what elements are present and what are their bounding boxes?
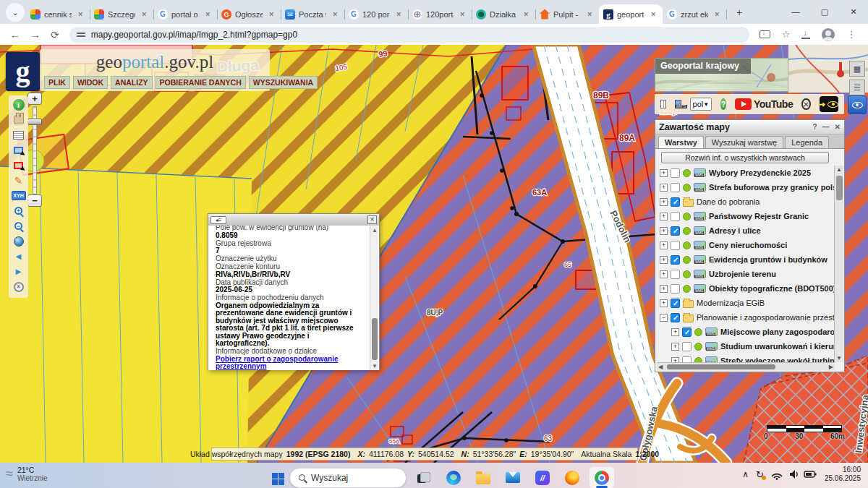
layer-label[interactable]: Ewidencja gruntów i budynków — [709, 255, 827, 264]
panel-vertical-scrollbar[interactable]: ▲ ▼ — [834, 166, 843, 362]
popup-scroll-thumb[interactable] — [372, 318, 378, 360]
previous-view-icon[interactable]: ◄ — [12, 249, 26, 263]
taskbar-search[interactable]: Wyszukaj — [289, 468, 407, 488]
back-icon[interactable]: ← — [10, 29, 20, 40]
layer-label[interactable]: Państwowy Rejestr Granic — [709, 212, 809, 221]
layer-checkbox[interactable] — [671, 212, 680, 221]
geoportal-logo[interactable]: g — [6, 52, 40, 91]
layer-label[interactable]: Obiekty topograficzne (BDOT500) — [709, 284, 835, 293]
visibility-button[interactable] — [848, 95, 867, 114]
menu-item-plik[interactable]: PLIK — [44, 76, 70, 89]
clock[interactable]: 16:00 25.06.2025 — [825, 466, 861, 483]
sync-icon[interactable]: ↻ — [756, 469, 764, 480]
zoom-handle[interactable] — [27, 119, 42, 125]
youtube-link[interactable]: YouTube — [735, 98, 793, 110]
panel-minimize-icon[interactable]: — — [822, 123, 830, 131]
new-tab-button[interactable]: + — [731, 4, 748, 21]
task-view-button[interactable] — [412, 467, 436, 488]
next-view-icon[interactable]: ► — [12, 265, 26, 278]
tab-close-icon[interactable]: ✕ — [393, 10, 404, 19]
tab-close-icon[interactable]: ✕ — [457, 10, 467, 19]
expand-toggle-icon[interactable]: + — [660, 169, 668, 177]
settings-wheel-icon[interactable]: ✕ — [801, 98, 810, 110]
layer-checkbox[interactable] — [671, 197, 680, 207]
xyh-tool-button[interactable]: XYH — [12, 189, 26, 202]
layer-checkbox[interactable] — [682, 342, 692, 351]
identify-tool-icon[interactable] — [12, 128, 26, 142]
layer-checkbox[interactable] — [671, 226, 680, 236]
layer-label[interactable]: Wybory Prezydenckie 2025 — [709, 168, 811, 177]
browser-tab[interactable]: cennik s✕ — [26, 4, 90, 24]
info-tool-icon[interactable]: i — [12, 98, 26, 111]
edge-icon[interactable] — [441, 467, 466, 488]
layer-label[interactable]: Uzbrojenie terenu — [709, 270, 776, 278]
zoom-slider[interactable]: + − — [27, 93, 43, 208]
panel-tab-legenda[interactable]: Legenda — [785, 136, 829, 148]
browser-tab[interactable]: Pulpit -✕ — [535, 4, 599, 24]
dev-app-icon[interactable]: // — [530, 467, 555, 488]
expand-toggle-icon[interactable]: + — [671, 328, 679, 336]
layer-checkbox[interactable] — [682, 328, 692, 337]
wmts-icon[interactable] — [675, 100, 681, 108]
browser-tab[interactable]: Poczta w✕ — [281, 4, 344, 24]
layer-checkbox[interactable] — [671, 270, 680, 279]
full-extent-globe-icon[interactable] — [12, 234, 26, 248]
popup-scroll-down-icon[interactable]: ▼ — [372, 363, 378, 369]
layer-checkbox[interactable] — [671, 168, 680, 178]
browser-tab[interactable]: portal o✕ — [153, 4, 217, 24]
scroll-right-icon[interactable]: ▶ — [829, 364, 833, 370]
chrome-icon[interactable] — [590, 467, 614, 488]
zoom-out-button[interactable]: − — [27, 194, 42, 207]
accessibility-toggle[interactable]: ➜ — [820, 96, 838, 112]
panel-horizontal-scrollbar[interactable]: ◀ ▶ — [657, 362, 835, 370]
hscroll-thumb[interactable] — [667, 364, 775, 369]
tab-close-icon[interactable]: ✕ — [648, 10, 658, 19]
menu-item-pobieranie-danych[interactable]: POBIERANIE DANYCH — [156, 76, 246, 89]
tab-close-icon[interactable]: ✕ — [330, 10, 340, 19]
expand-toggle-icon[interactable]: + — [660, 227, 668, 235]
minimize-button[interactable]: — — [781, 0, 810, 23]
panel-tab-wyszukaj-warstwę[interactable]: Wyszukaj warstwę — [705, 136, 783, 148]
language-select[interactable]: pol▼ — [690, 98, 712, 111]
tab-close-icon[interactable]: ✕ — [521, 10, 531, 19]
tab-close-icon[interactable]: ✕ — [203, 10, 213, 19]
layer-label[interactable]: Strefy wyłaczone wokół turbin wiatrow — [720, 356, 835, 362]
browser-tab[interactable]: Szczegó✕ — [90, 4, 153, 24]
expand-toggle-icon[interactable]: + — [660, 198, 668, 206]
popup-list-icon[interactable]: ◂≡ — [210, 216, 226, 224]
expand-toggle-icon[interactable]: + — [671, 343, 679, 351]
maximize-button[interactable]: ▢ — [810, 0, 839, 23]
tray-status-icons[interactable] — [771, 468, 817, 480]
browser-menu-icon[interactable]: ⋮ — [846, 29, 856, 40]
menu-item-widok[interactable]: WIDOK — [73, 76, 108, 89]
tab-close-icon[interactable]: ✕ — [584, 10, 595, 19]
popup-scroll-up-icon[interactable]: ▲ — [372, 227, 378, 234]
scroll-thumb[interactable] — [836, 176, 843, 200]
profile-avatar[interactable] — [822, 28, 835, 41]
menu-item-wyszukiwania[interactable]: WYSZUKIWANIA — [249, 76, 318, 89]
zoom-in-tool-icon[interactable]: + — [12, 204, 26, 218]
edge-tool-button-1[interactable]: ▦ — [849, 61, 865, 77]
browser-tab[interactable]: Ogłosze✕ — [217, 4, 281, 24]
tab-search-button[interactable]: ⌄ — [6, 3, 25, 22]
draw-tool-icon[interactable]: ✎ — [12, 174, 26, 187]
scroll-up-icon[interactable]: ▲ — [836, 166, 842, 173]
close-tool-icon[interactable]: ✕ — [12, 280, 26, 294]
popup-close-icon[interactable]: ✕ — [367, 215, 377, 224]
expand-toggle-icon[interactable]: − — [660, 314, 668, 322]
layer-checkbox[interactable] — [671, 284, 680, 294]
report-link[interactable]: Pobierz raport o zagospodarowanie przest… — [216, 356, 360, 371]
tray-chevron-icon[interactable]: ∧ — [742, 469, 749, 479]
start-button[interactable] — [272, 473, 284, 485]
layer-label[interactable]: Ceny nieruchomości — [709, 241, 787, 249]
browser-tab[interactable]: geoport✕ — [599, 4, 663, 24]
scroll-left-icon[interactable]: ◀ — [658, 364, 663, 370]
popup-scrollbar[interactable]: ▲ ▼ — [370, 226, 378, 370]
firefox-icon[interactable] — [560, 467, 584, 488]
grid-tool-icon[interactable] — [660, 100, 666, 108]
zoom-out-tool-icon[interactable]: − — [12, 219, 26, 233]
layer-checkbox[interactable] — [671, 299, 680, 308]
expand-toggle-icon[interactable]: + — [660, 241, 668, 249]
expand-all-button[interactable]: Rozwiń inf. o wszystkich warstwach — [661, 152, 829, 163]
expand-toggle-icon[interactable]: + — [671, 357, 679, 363]
